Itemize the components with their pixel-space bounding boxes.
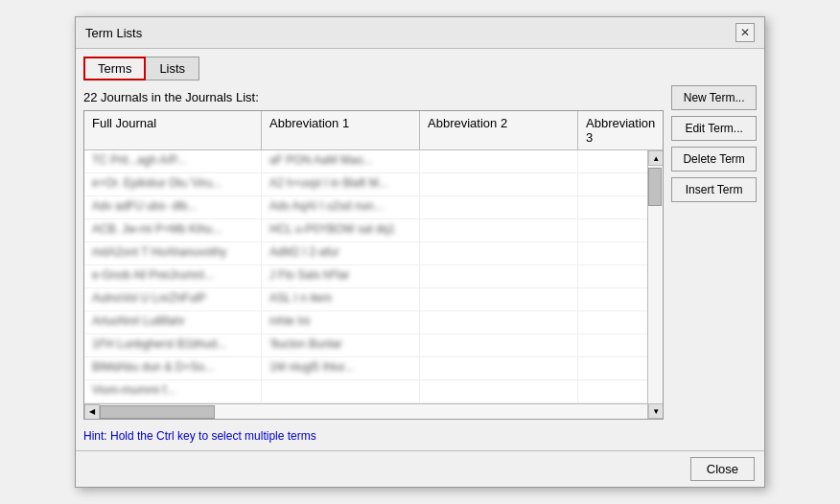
- cell-abbrev2: [420, 265, 578, 287]
- cell-journal: mdA2ont T HoAhanuvothy: [84, 242, 262, 264]
- cell-abbrev2: [420, 357, 578, 379]
- scroll-left-arrow[interactable]: ◀: [84, 404, 100, 420]
- table-row[interactable]: e+Or. Epilobur Dlu.'Viru... A2 h+uvpl I …: [84, 173, 663, 196]
- scrollbar-arrows: ▲ ▼: [648, 150, 663, 419]
- tabs: Terms Lists: [83, 57, 664, 80]
- cell-abbrev1: 1M nlugl5 Ihlur...: [262, 357, 420, 379]
- col-full-journal: Full Journal: [84, 111, 262, 149]
- cell-abbrev1: A2 h+uvpl I in Blaft M...: [262, 173, 420, 195]
- cell-journal: ArluoNnrl Lul8fahr: [84, 311, 262, 333]
- cell-abbrev2: [420, 173, 578, 195]
- tab-lists[interactable]: Lists: [145, 57, 199, 80]
- scroll-thumb[interactable]: [648, 168, 662, 206]
- journals-table: Full Journal Abbreviation 1 Abbreviation…: [83, 110, 664, 420]
- table-row[interactable]: e-Gnob All PreiJrumnl... J Flo Sals hFla…: [84, 265, 663, 288]
- cell-abbrev1: '8uclon Bunlar: [262, 334, 420, 356]
- cell-journal: Adv adFU ubs- dlb...: [84, 196, 262, 218]
- count-label: 22 Journals in the Journals List:: [83, 90, 664, 104]
- left-panel: Terms Lists 22 Journals in the Journals …: [83, 57, 664, 443]
- table-scroll-area[interactable]: TC Prit...agh A/P... aF PON AaM Mao... e…: [84, 150, 663, 403]
- table-row[interactable]: Viom-mummi f...: [84, 380, 663, 403]
- table-rows: TC Prit...agh A/P... aF PON AaM Mao... e…: [84, 150, 663, 403]
- cell-abbrev1: J Flo Sals hFlar: [262, 265, 420, 287]
- h-scroll-thumb[interactable]: [100, 405, 215, 419]
- cell-abbrev2: [420, 196, 578, 218]
- cell-abbrev1: [262, 380, 420, 402]
- cell-abbrev1: HCL u-P0YBOW sal dq1: [262, 219, 420, 241]
- scroll-up-arrow[interactable]: ▲: [648, 150, 663, 166]
- cell-abbrev1: mhle Ini: [262, 311, 420, 333]
- cell-journal: e+Or. Epilobur Dlu.'Viru...: [84, 173, 262, 195]
- new-term-button[interactable]: New Term...: [671, 85, 757, 110]
- table-row[interactable]: ArluoNnrl Lul8fahr mhle Ini: [84, 311, 663, 334]
- scroll-down-arrow[interactable]: ▼: [648, 403, 663, 419]
- cell-abbrev2: [420, 150, 578, 172]
- close-button[interactable]: Close: [690, 457, 755, 481]
- cell-abbrev1: Ads AqAI I u2sd nun...: [262, 196, 420, 218]
- table-row[interactable]: ACB. Jw-mi P+Mb Kihu... HCL u-P0YBOW sal…: [84, 219, 663, 242]
- scroll-thumb-area[interactable]: [648, 166, 663, 403]
- cell-journal: e-Gnob All PreiJrumnl...: [84, 265, 262, 287]
- cell-journal: ACB. Jw-mi P+Mb Kihu...: [84, 219, 262, 241]
- cell-abbrev2: [420, 288, 578, 310]
- table-row[interactable]: Adv adFU ubs- dlb... Ads AqAI I u2sd nun…: [84, 196, 663, 219]
- col-abbrev3: Abbreviation 3: [578, 111, 663, 149]
- cell-abbrev2: [420, 380, 578, 402]
- cell-abbrev2: [420, 334, 578, 356]
- cell-abbrev1: AdM2 I 2-afur: [262, 242, 420, 264]
- cell-journal: BlMdAbu dun & D+So...: [84, 357, 262, 379]
- table-row[interactable]: AulnoVol U LnrZhFulP ASL I n item: [84, 288, 663, 311]
- table-row[interactable]: TC Prit...agh A/P... aF PON AaM Mao...: [84, 150, 663, 173]
- cell-abbrev1: aF PON AaM Mao...: [262, 150, 420, 172]
- delete-term-button[interactable]: Delete Term: [671, 147, 757, 172]
- edit-term-button[interactable]: Edit Term...: [671, 116, 757, 141]
- cell-journal: AulnoVol U LnrZhFulP: [84, 288, 262, 310]
- insert-term-button[interactable]: Insert Term: [671, 177, 757, 202]
- hint-text: Hint: Hold the Ctrl key to select multip…: [83, 429, 664, 443]
- vertical-scrollbar[interactable]: ▲ ▼: [647, 150, 663, 419]
- cell-abbrev2: [420, 219, 578, 241]
- table-row[interactable]: mdA2ont T HoAhanuvothy AdM2 I 2-afur: [84, 242, 663, 265]
- dialog-title: Term Lists: [85, 26, 142, 40]
- col-abbrev1: Abbreviation 1: [262, 111, 420, 149]
- cell-abbrev2: [420, 311, 578, 333]
- dialog-body: Terms Lists 22 Journals in the Journals …: [76, 49, 764, 450]
- table-row[interactable]: BlMdAbu dun & D+So... 1M nlugl5 Ihlur...: [84, 357, 663, 380]
- cell-journal: TC Prit...agh A/P...: [84, 150, 262, 172]
- horizontal-scrollbar[interactable]: ◀ ▶: [84, 403, 663, 419]
- term-lists-dialog: Term Lists ✕ Terms Lists 22 Journals in …: [75, 16, 765, 488]
- cell-journal: Viom-mummi f...: [84, 380, 262, 402]
- title-bar: Term Lists ✕: [76, 17, 764, 49]
- table-row[interactable]: 1FH Lunbghersl B1bhud... '8uclon Bunlar: [84, 334, 663, 357]
- right-panel: New Term... Edit Term... Delete Term Ins…: [671, 57, 757, 443]
- tab-terms[interactable]: Terms: [83, 57, 146, 80]
- dialog-footer: Close: [76, 450, 764, 487]
- cell-journal: 1FH Lunbghersl B1bhud...: [84, 334, 262, 356]
- close-icon[interactable]: ✕: [735, 23, 755, 42]
- h-scroll-track[interactable]: [100, 404, 647, 420]
- cell-abbrev1: ASL I n item: [262, 288, 420, 310]
- cell-abbrev2: [420, 242, 578, 264]
- col-abbrev2: Abbreviation 2: [420, 111, 578, 149]
- table-header: Full Journal Abbreviation 1 Abbreviation…: [84, 111, 663, 150]
